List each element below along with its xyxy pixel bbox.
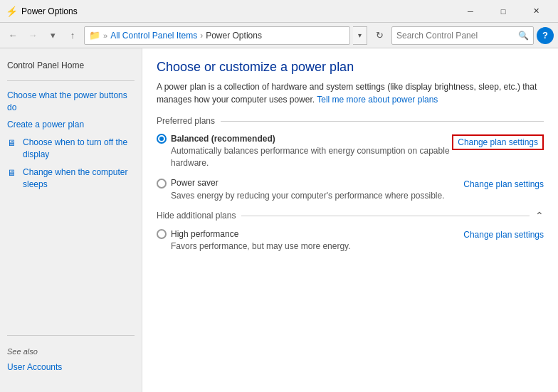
hide-plans-header: Hide additional plans ⌃: [157, 210, 544, 221]
window-controls: ─ □ ✕: [454, 0, 552, 23]
plan-name-row-high-performance: High performance: [157, 228, 463, 239]
content-description: A power plan is a collection of hardware…: [157, 80, 544, 106]
plan-desc-power-saver: Saves energy by reducing your computer's…: [171, 190, 463, 202]
plan-row-balanced: Balanced (recommended) Automatically bal…: [157, 133, 544, 169]
sidebar-item-create-plan[interactable]: Create a power plan: [0, 116, 142, 134]
search-box: 🔍: [391, 26, 534, 45]
plan-name-row-balanced: Balanced (recommended): [157, 133, 452, 144]
plan-name-row-power-saver: Power saver: [157, 178, 463, 189]
sidebar-item-power-buttons[interactable]: Choose what the power buttons do: [0, 87, 142, 117]
up-button[interactable]: ↑: [64, 27, 81, 44]
search-icon[interactable]: 🔍: [518, 31, 529, 41]
see-also-label: See also: [0, 341, 142, 359]
sleep-icon: 🖥: [7, 167, 19, 179]
sidebar-item-user-accounts-label: User Accounts: [7, 361, 62, 374]
preferred-plans-label: Preferred plans: [157, 116, 215, 126]
hide-plans-label: Hide additional plans: [157, 211, 236, 221]
radio-high-performance[interactable]: [157, 229, 167, 239]
content-area: Choose or customize a power plan A power…: [142, 48, 558, 392]
address-dropdown[interactable]: ▾: [353, 26, 367, 45]
folder-icon: 📁: [89, 30, 100, 41]
plan-row-power-saver: Power saver Saves energy by reducing you…: [157, 178, 544, 202]
radio-balanced-inner: [159, 137, 164, 141]
sidebar-home[interactable]: Control Panel Home: [0, 57, 142, 75]
minimize-button[interactable]: ─: [454, 0, 487, 23]
plan-info-high-performance: High performance Favors performance, but…: [157, 228, 463, 253]
change-plan-link-high-performance[interactable]: Change plan settings: [463, 230, 544, 240]
maximize-button[interactable]: □: [487, 0, 520, 23]
sidebar-item-computer-sleeps-label: Change when the computer sleeps: [23, 166, 135, 191]
close-button[interactable]: ✕: [520, 0, 552, 23]
plan-info-power-saver: Power saver Saves energy by reducing you…: [157, 178, 463, 202]
learn-more-link[interactable]: Tell me more about power plans: [317, 95, 438, 105]
plan-desc-high-performance: Favors performance, but may use more ene…: [171, 240, 463, 253]
back-button[interactable]: ←: [4, 27, 21, 44]
hide-plans-chevron[interactable]: ⌃: [535, 210, 544, 221]
plan-info-balanced: Balanced (recommended) Automatically bal…: [157, 133, 452, 169]
plan-row-high-performance: High performance Favors performance, but…: [157, 228, 544, 253]
preferred-plans-line: [221, 121, 544, 122]
monitor-icon: 🖥: [7, 137, 19, 149]
help-button[interactable]: ?: [537, 27, 554, 44]
sidebar-item-computer-sleeps[interactable]: 🖥 Change when the computer sleeps: [0, 164, 142, 194]
sidebar-item-user-accounts[interactable]: User Accounts: [0, 359, 142, 376]
sidebar-divider-1: [7, 80, 135, 81]
breadcrumb-root[interactable]: All Control Panel Items: [110, 31, 197, 41]
recent-pages-button[interactable]: ▾: [44, 27, 61, 44]
change-plan-link-balanced[interactable]: Change plan settings: [452, 134, 544, 150]
forward-button[interactable]: →: [24, 27, 41, 44]
content-title: Choose or customize a power plan: [157, 60, 544, 75]
preferred-plans-header: Preferred plans: [157, 116, 544, 126]
sidebar-divider-2: [7, 335, 135, 336]
sidebar: Control Panel Home Choose what the power…: [0, 48, 142, 392]
sidebar-home-label: Control Panel Home: [7, 60, 84, 72]
hide-plans-line: [241, 216, 530, 216]
sidebar-item-turn-off-display-label: Choose when to turn off the display: [23, 137, 135, 161]
main-layout: Control Panel Home Choose what the power…: [0, 48, 558, 392]
plan-name-balanced: Balanced (recommended): [171, 134, 275, 144]
radio-balanced[interactable]: [157, 134, 167, 144]
radio-power-saver[interactable]: [157, 179, 167, 189]
search-input[interactable]: [396, 31, 515, 41]
breadcrumb-arrow: ›: [200, 31, 203, 41]
plan-name-power-saver: Power saver: [171, 178, 219, 188]
change-plan-link-power-saver[interactable]: Change plan settings: [463, 179, 544, 189]
window-title: Power Options: [21, 6, 454, 16]
title-bar: ⚡ Power Options ─ □ ✕: [0, 0, 558, 23]
plan-desc-balanced: Automatically balances performance with …: [171, 145, 452, 169]
sidebar-item-turn-off-display[interactable]: 🖥 Choose when to turn off the display: [0, 134, 142, 164]
breadcrumb-separator: »: [103, 31, 107, 40]
address-bar: ← → ▾ ↑ 📁 » All Control Panel Items › Po…: [0, 23, 558, 48]
app-icon: ⚡: [6, 6, 17, 17]
plan-name-high-performance: High performance: [171, 229, 238, 239]
breadcrumb-current: Power Options: [206, 31, 262, 41]
sidebar-item-power-buttons-label: Choose what the power buttons do: [7, 90, 135, 114]
refresh-button[interactable]: ↻: [370, 26, 389, 45]
sidebar-item-create-plan-label: Create a power plan: [7, 119, 84, 131]
address-path: 📁 » All Control Panel Items › Power Opti…: [84, 26, 350, 45]
